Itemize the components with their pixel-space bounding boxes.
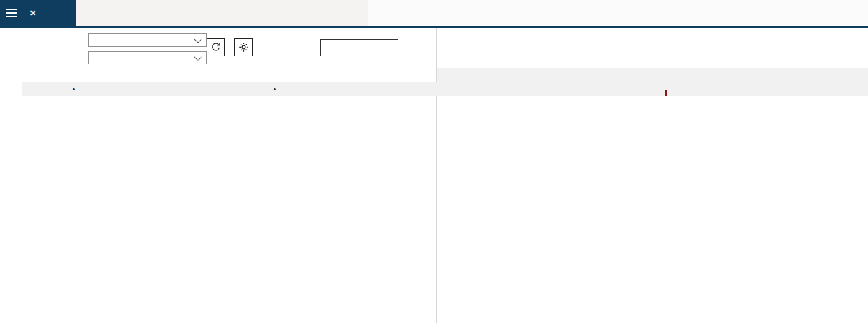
tab-bar: ✕ <box>0 0 868 26</box>
timeline-header <box>437 68 868 96</box>
filter-select[interactable] <box>88 51 207 64</box>
tab-utilization-by-skills[interactable] <box>261 0 346 26</box>
tab-my-watchlist[interactable] <box>85 0 146 26</box>
today-tick <box>665 90 667 96</box>
menu-icon[interactable] <box>6 7 17 19</box>
tab-bar-accent-line <box>0 26 868 28</box>
tab-utilization[interactable] <box>178 0 228 26</box>
tab-projects-active[interactable]: ✕ <box>0 0 76 26</box>
close-tab-icon[interactable]: ✕ <box>30 9 36 18</box>
refresh-button[interactable] <box>207 38 225 56</box>
table-header-row: ▲ ▲ <box>22 82 437 96</box>
chevron-down-icon <box>194 35 201 43</box>
gantt-gridlines-layer <box>0 96 868 322</box>
planta-project-window: ✕ ▲ ▲ <box>0 0 868 323</box>
new-project-button[interactable] <box>320 39 398 56</box>
gantt-reference-lines-layer <box>0 96 868 322</box>
refresh-icon <box>210 41 222 53</box>
chevron-down-icon <box>194 53 201 60</box>
group-by-select[interactable] <box>88 33 207 47</box>
settings-button[interactable] <box>234 38 253 56</box>
gear-icon <box>238 41 249 53</box>
